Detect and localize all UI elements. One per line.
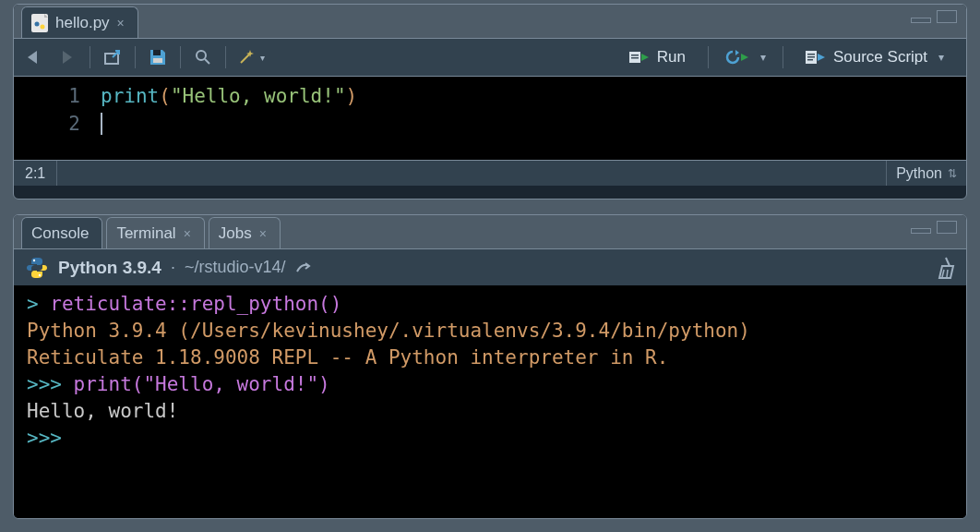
editor-tabbar: hello.py ×: [14, 5, 966, 38]
editor-toolbar: ▾ Run ▾ Source Script ▾: [14, 38, 966, 77]
tab-close-icon[interactable]: ×: [117, 16, 125, 30]
run-label: Run: [657, 48, 686, 66]
separator: [90, 46, 90, 68]
source-label: Source Script: [833, 48, 927, 66]
text-cursor: [101, 113, 102, 135]
maximize-button[interactable]: [937, 221, 957, 234]
source-script-button[interactable]: Source Script ▾: [793, 42, 957, 72]
svg-rect-14: [807, 54, 815, 55]
tab-close-icon[interactable]: ×: [259, 226, 267, 241]
code-text[interactable]: print("Hello, world!"): [97, 77, 966, 160]
separator: [180, 46, 181, 68]
tab-close-icon[interactable]: ×: [184, 226, 191, 241]
separator: [135, 46, 136, 68]
svg-text:▾: ▾: [260, 53, 265, 63]
separator: [225, 46, 226, 68]
console-output[interactable]: > reticulate::repl_python() Python 3.9.4…: [14, 285, 966, 518]
r-prompt: >: [27, 293, 50, 315]
svg-line-7: [205, 59, 209, 64]
console-line: Reticulate 1.18.9008 REPL -- A Python in…: [27, 346, 668, 369]
window-controls: [911, 221, 957, 234]
svg-line-20: [942, 270, 944, 277]
svg-rect-4: [153, 50, 161, 55]
chevron-down-icon: ▾: [938, 51, 944, 64]
tab-label: Console: [31, 224, 89, 243]
minimize-button[interactable]: [911, 228, 931, 234]
python-prompt: >>>: [27, 373, 74, 395]
language-label: Python: [896, 165, 942, 182]
separator: [708, 46, 709, 68]
tab-hello-py[interactable]: hello.py ×: [21, 6, 138, 38]
svg-rect-5: [153, 58, 162, 63]
window-controls: [911, 10, 957, 23]
clear-console-icon[interactable]: [933, 255, 959, 281]
svg-point-2: [41, 24, 45, 29]
python-logo-icon: [25, 256, 49, 280]
console-path: ~/rstudio-v14/: [185, 258, 286, 277]
rerun-button[interactable]: ▾: [718, 42, 773, 72]
svg-point-6: [197, 51, 206, 60]
console-line: Hello, world!: [27, 400, 178, 422]
separator: [783, 46, 783, 68]
svg-rect-3: [105, 54, 118, 64]
console-sep: ·: [171, 258, 175, 277]
chevron-down-icon: ▾: [760, 51, 766, 64]
tab-filename: hello.py: [55, 14, 110, 32]
tab-label: Jobs: [219, 224, 252, 243]
popout-arrow-icon[interactable]: [295, 260, 312, 275]
svg-rect-15: [807, 56, 815, 58]
code-editor[interactable]: 1 2 print("Hello, world!"): [14, 77, 966, 160]
tab-terminal[interactable]: Terminal ×: [106, 217, 204, 248]
back-icon[interactable]: [23, 44, 49, 70]
svg-rect-12: [631, 57, 639, 59]
forward-icon[interactable]: [54, 44, 80, 70]
line-gutter: 1 2: [14, 77, 97, 160]
svg-point-17: [33, 259, 35, 260]
line-number: 2: [14, 110, 80, 138]
console-header: Python 3.9.4 · ~/rstudio-v14/: [14, 248, 966, 285]
code-line: print("Hello, world!"): [101, 82, 966, 110]
status-bar: 2:1 Python ⇅: [14, 160, 966, 186]
console-version: Python 3.9.4: [58, 258, 161, 278]
console-line: print("Hello, world!"): [74, 373, 330, 395]
cursor-position: 2:1: [14, 161, 57, 186]
rerun-icon: [725, 49, 749, 66]
python-prompt: >>>: [27, 427, 74, 449]
svg-line-19: [946, 258, 950, 266]
code-line: [101, 110, 966, 138]
language-selector[interactable]: Python ⇅: [886, 161, 966, 186]
python-file-icon: [31, 14, 48, 32]
svg-line-8: [241, 54, 250, 63]
console-tabbar: Console Terminal × Jobs ×: [14, 215, 966, 248]
svg-point-1: [35, 21, 40, 26]
minimize-button[interactable]: [911, 18, 931, 23]
editor-panel: hello.py × ▾: [13, 4, 967, 200]
tab-console[interactable]: Console: [21, 217, 102, 248]
svg-line-21: [947, 270, 948, 277]
svg-rect-16: [807, 59, 813, 61]
tab-label: Terminal: [116, 224, 175, 243]
tab-jobs[interactable]: Jobs ×: [209, 217, 281, 248]
save-icon[interactable]: [145, 44, 171, 70]
wand-icon[interactable]: ▾: [235, 44, 272, 70]
maximize-button[interactable]: [937, 10, 957, 23]
console-panel: Console Terminal × Jobs × Python 3.9.4 ·…: [13, 214, 967, 519]
open-in-new-window-icon[interactable]: [100, 44, 125, 70]
line-number: 1: [14, 82, 80, 110]
svg-point-18: [39, 273, 41, 275]
console-line: reticulate::repl_python(): [50, 293, 341, 315]
source-icon: [806, 50, 826, 65]
run-button[interactable]: Run: [616, 42, 699, 72]
run-icon: [629, 50, 650, 65]
console-line: Python 3.9.4 (/Users/kevinushey/.virtual…: [27, 320, 750, 342]
sort-icon: ⇅: [948, 167, 957, 180]
svg-rect-11: [631, 54, 639, 56]
find-icon[interactable]: [190, 44, 216, 70]
